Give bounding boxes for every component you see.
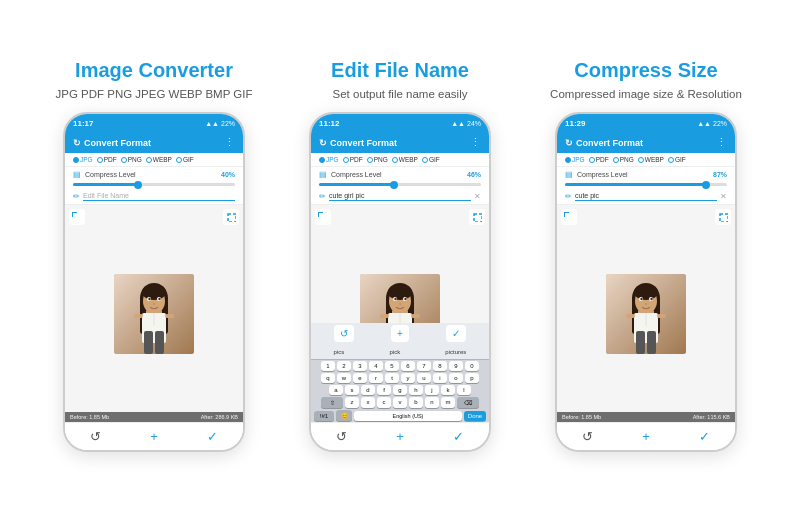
format-option-PDF[interactable]: PDF [343,156,363,163]
radio-GIF[interactable] [422,157,428,163]
radio-PNG[interactable] [121,157,127,163]
kb-suggestion-item[interactable]: pictures [445,349,466,355]
filename-input[interactable]: cute pic [575,192,717,201]
crop-icon-tr[interactable] [715,209,731,225]
format-option-JPG[interactable]: JPG [565,156,585,163]
format-option-GIF[interactable]: GIF [422,156,440,163]
format-option-WEBP[interactable]: WEBP [392,156,418,163]
slider-thumb[interactable] [390,181,398,189]
kb-key-0[interactable]: 0 [465,361,479,371]
radio-PDF[interactable] [589,157,595,163]
add-button[interactable]: + [642,429,650,444]
kb-key-2[interactable]: 2 [337,361,351,371]
crop-icon-tl[interactable] [69,209,85,225]
kb-key-v[interactable]: v [393,397,407,408]
slider-row[interactable] [311,182,489,189]
kb-key-j[interactable]: j [425,385,439,395]
kb-key-x[interactable]: x [361,397,375,408]
radio-PDF[interactable] [343,157,349,163]
kb-key-z[interactable]: z [345,397,359,408]
check-button[interactable]: ✓ [699,429,710,444]
kb-key-g[interactable]: g [393,385,407,395]
kb-shift-key[interactable]: ⇧ [321,397,343,408]
format-option-JPG[interactable]: JPG [73,156,93,163]
kb-key-q[interactable]: q [321,373,335,383]
radio-WEBP[interactable] [638,157,644,163]
history-button[interactable]: ↺ [336,429,347,444]
radio-GIF[interactable] [176,157,182,163]
kb-key-s[interactable]: s [345,385,359,395]
radio-PNG[interactable] [613,157,619,163]
kb-key-o[interactable]: o [449,373,463,383]
kb-key-m[interactable]: m [441,397,455,408]
history-button[interactable]: ↺ [582,429,593,444]
kb-key-9[interactable]: 9 [449,361,463,371]
format-option-PNG[interactable]: PNG [367,156,388,163]
kb-emoji-key[interactable]: 😊 [336,410,352,421]
format-option-GIF[interactable]: GIF [176,156,194,163]
add-button[interactable]: + [150,429,158,444]
kb-key-8[interactable]: 8 [433,361,447,371]
kb-key-f[interactable]: f [377,385,391,395]
radio-PNG[interactable] [367,157,373,163]
format-option-GIF[interactable]: GIF [668,156,686,163]
radio-WEBP[interactable] [146,157,152,163]
kb-key-5[interactable]: 5 [385,361,399,371]
radio-WEBP[interactable] [392,157,398,163]
crop-icon-tl[interactable] [561,209,577,225]
kb-key-1[interactable]: 1 [321,361,335,371]
kb-key-c[interactable]: c [377,397,391,408]
kb-key-b[interactable]: b [409,397,423,408]
kb-key-k[interactable]: k [441,385,455,395]
crop-icon-tr[interactable] [223,209,239,225]
kb-key-y[interactable]: y [401,373,415,383]
radio-JPG[interactable] [565,157,571,163]
kb-delete-key[interactable]: ⌫ [457,397,479,408]
kb-key-l[interactable]: l [457,385,471,395]
kb-action-btn-0[interactable]: ↺ [334,325,354,342]
format-option-WEBP[interactable]: WEBP [638,156,664,163]
format-option-WEBP[interactable]: WEBP [146,156,172,163]
kb-key-r[interactable]: r [369,373,383,383]
slider-thumb[interactable] [702,181,710,189]
kb-key-4[interactable]: 4 [369,361,383,371]
kb-key-i[interactable]: i [433,373,447,383]
kb-key-a[interactable]: a [329,385,343,395]
kb-done-key[interactable]: Done [464,411,486,421]
menu-icon[interactable]: ⋮ [716,136,727,149]
kb-key-3[interactable]: 3 [353,361,367,371]
kb-key-t[interactable]: t [385,373,399,383]
kb-action-btn-1[interactable]: + [391,325,409,342]
clear-icon[interactable]: ✕ [474,192,481,201]
kb-suggestion-item[interactable]: pics [334,349,345,355]
kb-key-h[interactable]: h [409,385,423,395]
radio-GIF[interactable] [668,157,674,163]
format-option-PNG[interactable]: PNG [613,156,634,163]
radio-JPG[interactable] [73,157,79,163]
kb-key-p[interactable]: p [465,373,479,383]
kb-key-d[interactable]: d [361,385,375,395]
crop-icon-tr[interactable] [469,209,485,225]
kb-key-e[interactable]: e [353,373,367,383]
add-button[interactable]: + [396,429,404,444]
kb-key-u[interactable]: u [417,373,431,383]
format-option-PNG[interactable]: PNG [121,156,142,163]
slider-thumb[interactable] [134,181,142,189]
check-button[interactable]: ✓ [207,429,218,444]
slider-row[interactable] [65,182,243,189]
kb-key-7[interactable]: 7 [417,361,431,371]
menu-icon[interactable]: ⋮ [470,136,481,149]
check-button[interactable]: ✓ [453,429,464,444]
filename-input[interactable]: Edit File Name [83,192,235,201]
kb-key-w[interactable]: w [337,373,351,383]
radio-JPG[interactable] [319,157,325,163]
format-option-PDF[interactable]: PDF [97,156,117,163]
menu-icon[interactable]: ⋮ [224,136,235,149]
radio-PDF[interactable] [97,157,103,163]
kb-key-n[interactable]: n [425,397,439,408]
format-option-PDF[interactable]: PDF [589,156,609,163]
kb-special-key[interactable]: !#1 [314,411,334,421]
kb-key-6[interactable]: 6 [401,361,415,371]
kb-space-key[interactable]: English (US) [354,411,462,421]
format-option-JPG[interactable]: JPG [319,156,339,163]
